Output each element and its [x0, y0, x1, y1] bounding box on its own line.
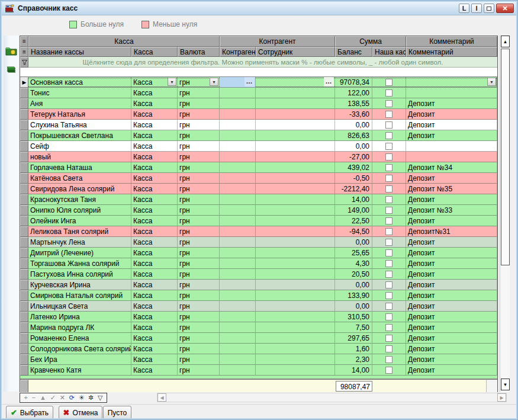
cell-counterparty[interactable]: [220, 173, 256, 184]
cell-comment[interactable]: Депозит: [406, 269, 497, 280]
cell-counterparty[interactable]: [220, 130, 256, 141]
cell-employee[interactable]: [256, 301, 335, 312]
cell-cash-name[interactable]: Ильницкая Света: [28, 301, 131, 312]
cell-comment[interactable]: [406, 141, 497, 152]
cell-employee[interactable]: [256, 290, 335, 301]
table-row[interactable]: Покрышевская СветланаКассагрн826,63Депоз…: [20, 130, 497, 141]
close-button[interactable]: ✕: [496, 4, 514, 13]
cell-balance[interactable]: 7,50: [335, 322, 372, 333]
our-cash-checkbox[interactable]: [385, 356, 392, 363]
cell-comment[interactable]: Депозит: [406, 173, 497, 184]
cell-balance[interactable]: 0,00: [335, 280, 372, 290]
cell-employee[interactable]: [256, 194, 335, 205]
cell-counterparty[interactable]: [220, 109, 256, 120]
cell-employee[interactable]: [256, 184, 335, 194]
cell-employee[interactable]: [256, 258, 335, 269]
vertical-scrollbar[interactable]: ▲ ▼: [500, 36, 510, 392]
cell-counterparty[interactable]: [220, 194, 256, 205]
chevron-down-icon[interactable]: ▼: [487, 78, 496, 86]
cell-counterparty[interactable]: …: [220, 77, 256, 88]
cell-cash-name[interactable]: Слухина Татьяна: [28, 120, 131, 130]
cell-currency[interactable]: грн: [178, 354, 220, 365]
cancel-button[interactable]: ✖ Отмена: [59, 406, 102, 419]
cell-comment[interactable]: Депозит: [406, 322, 497, 333]
cell-employee[interactable]: [256, 130, 335, 141]
cell-employee[interactable]: [256, 141, 335, 152]
table-row[interactable]: Кравченко КатяКассагрн14,00Депозит: [20, 365, 497, 376]
cell-balance[interactable]: 310,50: [335, 312, 372, 322]
cell-currency[interactable]: грн: [178, 322, 220, 333]
filter-funnel-icon[interactable]: ▽: [98, 395, 102, 401]
maximize-button[interactable]: [484, 4, 494, 13]
info-button[interactable]: I: [471, 4, 482, 13]
cell-our-cash[interactable]: [372, 280, 406, 290]
chevron-down-icon[interactable]: ▼: [210, 78, 218, 86]
cell-employee[interactable]: [256, 269, 335, 280]
cell-cash-name[interactable]: Онипко Юля солярий: [28, 205, 131, 216]
cell-balance[interactable]: 0,00: [335, 141, 372, 152]
cell-cash-name[interactable]: Основная касса: [28, 77, 131, 88]
cell-our-cash[interactable]: [372, 226, 406, 237]
cell-cashbox[interactable]: Касса: [131, 301, 178, 312]
select-button[interactable]: ✔ Выбрать: [6, 406, 53, 419]
cell-currency[interactable]: грн: [178, 130, 220, 141]
cell-currency[interactable]: грн: [178, 301, 220, 312]
col-header-our-cash[interactable]: Наша касс: [372, 47, 406, 57]
scroll-up-icon[interactable]: ▲: [501, 36, 510, 47]
cell-employee[interactable]: [256, 88, 335, 98]
cash-folder-icon[interactable]: [5, 44, 18, 57]
cell-comment[interactable]: Депозит: [406, 258, 497, 269]
our-cash-checkbox[interactable]: [385, 79, 392, 86]
table-row[interactable]: ▶Основная кассаКасса▼грн▼……97078,34▼: [20, 77, 497, 88]
cell-cashbox[interactable]: Касса: [131, 290, 178, 301]
cell-cash-name[interactable]: Торгашова Жанна солярий: [28, 258, 131, 269]
cell-employee[interactable]: [256, 354, 335, 365]
table-row[interactable]: Солодорникова Света солярийКассагрн1,60Д…: [20, 344, 497, 354]
cell-our-cash[interactable]: [372, 365, 406, 376]
cell-currency[interactable]: грн: [178, 162, 220, 173]
table-row[interactable]: Свиридова Лена солярийКассагрн-2212,40Де…: [20, 184, 497, 194]
group-header-counterparty[interactable]: Контрагент: [220, 36, 335, 47]
cell-our-cash[interactable]: [372, 354, 406, 365]
cell-counterparty[interactable]: [220, 354, 256, 365]
filter-hint[interactable]: Щёлкните сюда для определения фильтра. М…: [28, 57, 497, 68]
col-header-cash-name[interactable]: Название кассы: [28, 47, 131, 57]
cell-our-cash[interactable]: [372, 152, 406, 162]
cell-comment[interactable]: Депозит: [406, 312, 497, 322]
cell-comment[interactable]: Депозит: [406, 290, 497, 301]
cell-balance[interactable]: 14,00: [335, 194, 372, 205]
cell-cash-name[interactable]: Пастухова Инна солярий: [28, 269, 131, 280]
cell-balance[interactable]: -33,60: [335, 109, 372, 120]
cell-our-cash[interactable]: [372, 312, 406, 322]
row-options-icon[interactable]: ≡: [20, 47, 28, 57]
cell-balance[interactable]: 0,00: [335, 301, 372, 312]
cancel-edit-icon[interactable]: ✕: [60, 395, 65, 401]
table-row[interactable]: Горлачева НаташаКассагрн439,02Депозит №3…: [20, 162, 497, 173]
cell-balance[interactable]: 297,65: [335, 333, 372, 344]
cell-cashbox[interactable]: Касса: [131, 88, 178, 98]
cell-our-cash[interactable]: [372, 290, 406, 301]
cell-comment[interactable]: Депозит: [406, 280, 497, 290]
cell-employee[interactable]: [256, 280, 335, 290]
cell-counterparty[interactable]: [220, 120, 256, 130]
cell-counterparty[interactable]: [220, 248, 256, 258]
our-cash-checkbox[interactable]: [385, 281, 392, 288]
col-header-comment[interactable]: Комментарий: [406, 47, 497, 57]
group-header-sum[interactable]: Сумма: [335, 36, 406, 47]
cell-counterparty[interactable]: [220, 290, 256, 301]
table-row[interactable]: Ильницкая СветаКассагрн0,00Депозит: [20, 301, 497, 312]
cell-cash-name[interactable]: Кравченко Катя: [28, 365, 131, 376]
cell-cash-name[interactable]: Курчевская Ирина: [28, 280, 131, 290]
cell-counterparty[interactable]: [220, 98, 256, 109]
cell-cash-name[interactable]: Дмитрий (Лечение): [28, 248, 131, 258]
cell-employee[interactable]: [256, 312, 335, 322]
cell-balance[interactable]: 149,00: [335, 205, 372, 216]
grid-options-icon[interactable]: ≡: [20, 36, 28, 47]
table-row[interactable]: Олейник ИнгаКассагрн22,50Депозит: [20, 216, 497, 226]
our-cash-checkbox[interactable]: [385, 89, 392, 97]
our-cash-checkbox[interactable]: [385, 260, 392, 267]
cell-our-cash[interactable]: [372, 205, 406, 216]
cell-cash-name[interactable]: Свиридова Лена солярий: [28, 184, 131, 194]
cell-currency[interactable]: грн: [178, 365, 220, 376]
table-row[interactable]: Мартынчук ЛенаКассагрн0,00Депозит: [20, 237, 497, 248]
